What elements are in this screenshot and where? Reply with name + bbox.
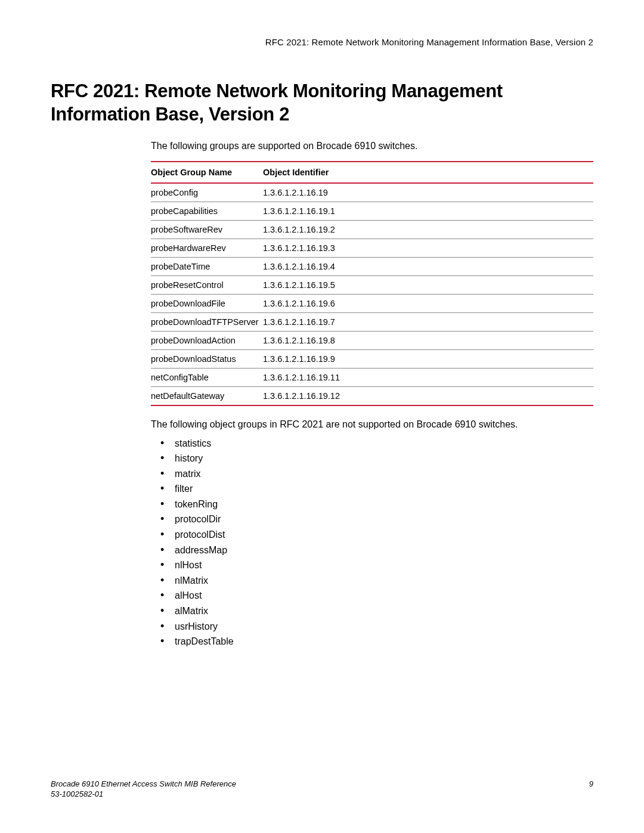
content-block: The following groups are supported on Br… bbox=[151, 141, 593, 649]
table-row: probeDateTime1.3.6.1.2.1.16.19.4 bbox=[151, 257, 593, 275]
cell-oid: 1.3.6.1.2.1.16.19.11 bbox=[263, 368, 593, 386]
unsupported-list: statisticshistorymatrixfiltertokenRingpr… bbox=[151, 436, 593, 649]
footer-left: Brocade 6910 Ethernet Access Switch MIB … bbox=[51, 779, 236, 800]
footer-doc-id: 53-1002582-01 bbox=[51, 789, 236, 800]
cell-name: probeSoftwareRev bbox=[151, 220, 263, 239]
cell-oid: 1.3.6.1.2.1.16.19.4 bbox=[263, 257, 593, 275]
list-item: addressMap bbox=[157, 543, 593, 558]
list-item: protocolDir bbox=[157, 512, 593, 527]
header-oid: Object Identifier bbox=[263, 162, 593, 183]
list-item: nlHost bbox=[157, 558, 593, 573]
table-row: netConfigTable1.3.6.1.2.1.16.19.11 bbox=[151, 368, 593, 386]
table-row: probeDownloadAction1.3.6.1.2.1.16.19.8 bbox=[151, 331, 593, 349]
cell-name: probeDownloadStatus bbox=[151, 349, 263, 368]
table-row: probeResetControl1.3.6.1.2.1.16.19.5 bbox=[151, 275, 593, 294]
table-row: probeHardwareRev1.3.6.1.2.1.16.19.3 bbox=[151, 239, 593, 257]
list-item: nlMatrix bbox=[157, 573, 593, 589]
list-item: filter bbox=[157, 481, 593, 497]
cell-name: probeResetControl bbox=[151, 275, 263, 294]
table-row: netDefaultGateway1.3.6.1.2.1.16.19.12 bbox=[151, 386, 593, 405]
cell-oid: 1.3.6.1.2.1.16.19.12 bbox=[263, 386, 593, 405]
footer-page-number: 9 bbox=[589, 779, 593, 789]
unsupported-paragraph: The following object groups in RFC 2021 … bbox=[151, 419, 593, 430]
list-item: protocolDist bbox=[157, 527, 593, 543]
cell-name: netConfigTable bbox=[151, 368, 263, 386]
cell-oid: 1.3.6.1.2.1.16.19.3 bbox=[263, 239, 593, 257]
document-page: RFC 2021: Remote Network Monitoring Mana… bbox=[0, 0, 644, 833]
cell-oid: 1.3.6.1.2.1.16.19.8 bbox=[263, 331, 593, 349]
running-header: RFC 2021: Remote Network Monitoring Mana… bbox=[51, 37, 593, 47]
cell-oid: 1.3.6.1.2.1.16.19.2 bbox=[263, 220, 593, 239]
cell-oid: 1.3.6.1.2.1.16.19.7 bbox=[263, 312, 593, 331]
table-row: probeDownloadTFTPServer1.3.6.1.2.1.16.19… bbox=[151, 312, 593, 331]
list-item: matrix bbox=[157, 466, 593, 482]
table-row: probeConfig1.3.6.1.2.1.16.19 bbox=[151, 183, 593, 202]
cell-name: probeDateTime bbox=[151, 257, 263, 275]
list-item: history bbox=[157, 451, 593, 466]
table-row: probeSoftwareRev1.3.6.1.2.1.16.19.2 bbox=[151, 220, 593, 239]
cell-name: probeHardwareRev bbox=[151, 239, 263, 257]
list-item: usrHistory bbox=[157, 619, 593, 634]
cell-oid: 1.3.6.1.2.1.16.19.6 bbox=[263, 294, 593, 312]
footer-doc-title: Brocade 6910 Ethernet Access Switch MIB … bbox=[51, 779, 236, 789]
cell-name: netDefaultGateway bbox=[151, 386, 263, 405]
table-row: probeCapabilities1.3.6.1.2.1.16.19.1 bbox=[151, 202, 593, 220]
header-name: Object Group Name bbox=[151, 162, 263, 183]
cell-name: probeDownloadTFTPServer bbox=[151, 312, 263, 331]
intro-paragraph: The following groups are supported on Br… bbox=[151, 141, 593, 151]
list-item: alMatrix bbox=[157, 603, 593, 619]
table-body: probeConfig1.3.6.1.2.1.16.19probeCapabil… bbox=[151, 183, 593, 405]
cell-name: probeDownloadFile bbox=[151, 294, 263, 312]
page-footer: Brocade 6910 Ethernet Access Switch MIB … bbox=[51, 779, 593, 800]
list-item: trapDestTable bbox=[157, 634, 593, 649]
cell-oid: 1.3.6.1.2.1.16.19 bbox=[263, 183, 593, 202]
page-title: RFC 2021: Remote Network Monitoring Mana… bbox=[51, 80, 593, 126]
list-item: alHost bbox=[157, 588, 593, 603]
table-row: probeDownloadStatus1.3.6.1.2.1.16.19.9 bbox=[151, 349, 593, 368]
table-row: probeDownloadFile1.3.6.1.2.1.16.19.6 bbox=[151, 294, 593, 312]
cell-oid: 1.3.6.1.2.1.16.19.9 bbox=[263, 349, 593, 368]
list-item: statistics bbox=[157, 436, 593, 451]
table-header-row: Object Group Name Object Identifier bbox=[151, 162, 593, 183]
object-group-table: Object Group Name Object Identifier prob… bbox=[151, 161, 593, 406]
cell-name: probeDownloadAction bbox=[151, 331, 263, 349]
cell-name: probeConfig bbox=[151, 183, 263, 202]
cell-oid: 1.3.6.1.2.1.16.19.5 bbox=[263, 275, 593, 294]
cell-oid: 1.3.6.1.2.1.16.19.1 bbox=[263, 202, 593, 220]
cell-name: probeCapabilities bbox=[151, 202, 263, 220]
list-item: tokenRing bbox=[157, 497, 593, 512]
